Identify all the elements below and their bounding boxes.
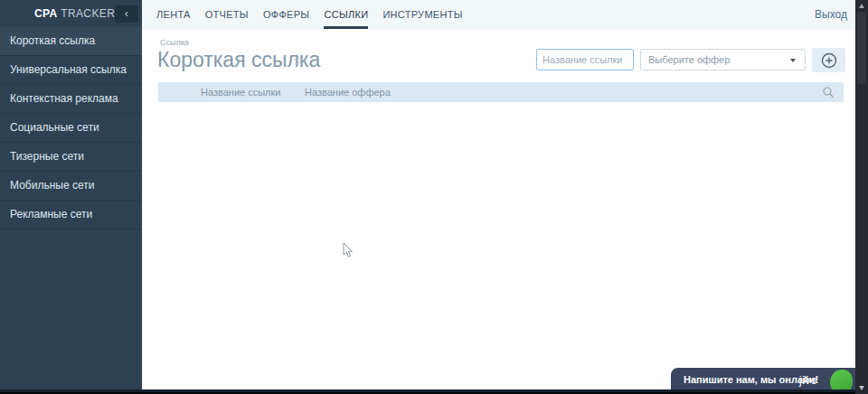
add-link-button[interactable] — [812, 48, 845, 72]
brand-logo: CPA TRACKER — [34, 7, 115, 20]
tab-tools[interactable]: ИНСТРУМЕНТЫ — [382, 0, 462, 29]
sidebar-item-teaser-networks[interactable]: Тизерные сети — [0, 143, 142, 172]
sidebar-item-social-networks[interactable]: Социальные сети — [0, 114, 142, 143]
sidebar-item-mobile-networks[interactable]: Мобильные сети — [0, 172, 142, 201]
offer-select-value: Выберите оффер — [648, 54, 730, 65]
vertical-scrollbar[interactable] — [855, 0, 868, 394]
top-nav: ЛЕНТА ОТЧЕТЫ ОФФЕРЫ ССЫЛКИ ИНСТРУМЕНТЫ В… — [142, 0, 855, 29]
scrollbar-thumb[interactable] — [857, 12, 866, 84]
scroll-down-icon[interactable] — [859, 386, 864, 390]
chat-message: Напишите нам, мы онлайн! — [684, 374, 818, 385]
brand-logo-bold: CPA — [34, 7, 58, 20]
sidebar-menu: Короткая ссылка Универсальная ссылка Кон… — [0, 27, 142, 230]
table-header: Название ссылки Название оффера — [158, 82, 844, 102]
sidebar-item-universal-link[interactable]: Универсальная ссылка — [0, 56, 142, 85]
sidebar-logo-row: CPA TRACKER ‹ — [0, 0, 142, 27]
window-bottom-edge — [0, 389, 868, 394]
column-header-offer-name[interactable]: Название оффера — [305, 82, 391, 102]
search-icon[interactable] — [822, 86, 835, 102]
tab-lenta[interactable]: ЛЕНТА — [156, 0, 191, 29]
sidebar-item-short-link[interactable]: Короткая ссылка — [0, 27, 142, 56]
breadcrumb: Ссылка — [160, 38, 189, 47]
offer-select[interactable]: Выберите оффер — [640, 49, 806, 70]
tab-reports[interactable]: ОТЧЕТЫ — [205, 0, 249, 29]
sidebar-item-ad-networks[interactable]: Рекламные сети — [0, 201, 142, 230]
app-window: CPA TRACKER ‹ Короткая ссылка Универсаль… — [0, 0, 868, 394]
plus-circle-icon — [821, 52, 837, 69]
mouse-cursor — [343, 242, 355, 258]
favorite-star-icon[interactable]: ☆ — [292, 52, 304, 69]
scroll-up-icon[interactable] — [859, 4, 864, 8]
sidebar-item-context-ads[interactable]: Контекстная реклама — [0, 85, 142, 114]
tab-links[interactable]: ССЫЛКИ — [324, 0, 368, 29]
chevron-down-icon — [790, 59, 796, 62]
sidebar-collapse-button[interactable]: ‹ — [115, 5, 138, 23]
chevron-left-icon: ‹ — [125, 6, 128, 20]
column-header-link-name[interactable]: Название ссылки — [201, 82, 281, 102]
sidebar: CPA TRACKER ‹ Короткая ссылка Универсаль… — [0, 0, 142, 389]
tab-offers[interactable]: ОФФЕРЫ — [263, 0, 310, 29]
link-name-input[interactable] — [536, 49, 634, 70]
brand-logo-rest: TRACKER — [58, 7, 116, 20]
jivo-logo: jivo — [799, 374, 817, 387]
logout-link[interactable]: Выход — [815, 0, 847, 29]
